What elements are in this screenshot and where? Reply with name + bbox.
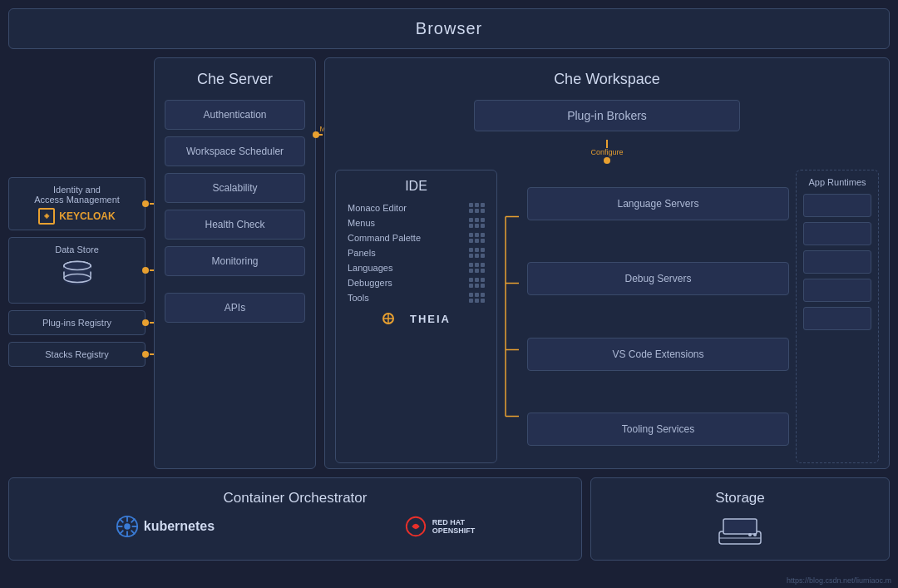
- theia-icon: [382, 312, 405, 325]
- connector-dot-datastore: [142, 267, 149, 274]
- container-orchestrator-title: Container Orchestrator: [21, 490, 570, 506]
- che-workspace-box: Che Workspace Plug-in Brokers Configure …: [324, 57, 890, 469]
- ide-item-tools: Tools: [344, 290, 488, 305]
- identity-management-item: Identity and Access Management ◈ KEYCLOA…: [8, 177, 146, 230]
- kubernetes-label: kubernetes: [144, 519, 215, 534]
- ide-item-languages: Languages: [344, 260, 488, 275]
- theia-logo: THEIA: [344, 312, 488, 325]
- runtime-bar-4: [803, 279, 871, 302]
- openshift-line2: OPENSHIFT: [432, 526, 476, 535]
- stacks-registry-label: Stacks Registry: [45, 349, 108, 359]
- svg-point-3: [64, 274, 91, 282]
- data-store-label: Data Store: [17, 245, 136, 254]
- ide-item-command-palette: Command Palette: [344, 230, 488, 245]
- configure-label: Configure: [590, 148, 623, 156]
- panels-grid: [469, 248, 485, 258]
- runtime-bar-2: [803, 222, 871, 245]
- language-servers-item: Language Servers: [527, 187, 789, 220]
- stacks-registry-item: Stacks Registry: [8, 342, 146, 367]
- kubernetes-logo: kubernetes: [116, 515, 215, 538]
- storage-box: Storage: [590, 477, 890, 561]
- storage-icon: [715, 515, 765, 548]
- watermark: https://blog.csdn.net/liumiaoc.m: [787, 576, 891, 585]
- connector-dot-stacks: [142, 351, 149, 358]
- che-server-title: Che Server: [165, 71, 305, 88]
- ide-item-debuggers: Debuggers: [344, 275, 488, 290]
- monaco-grid: [469, 203, 485, 213]
- apis-item: APIs: [165, 293, 305, 323]
- bracket-connector: [504, 170, 521, 463]
- browser-title: Browser: [416, 19, 482, 37]
- bottom-logos: kubernetes RED HAT OPENSHIFT: [21, 515, 570, 538]
- identity-line1: Identity and: [17, 185, 136, 195]
- svg-point-24: [753, 533, 757, 536]
- runtime-bar-1: [803, 194, 871, 217]
- svg-point-2: [64, 261, 91, 269]
- languages-grid: [469, 263, 485, 273]
- plugins-registry-item: Plug-ins Registry: [8, 310, 146, 335]
- ide-item-menus: Menus: [344, 215, 488, 230]
- debug-servers-item: Debug Servers: [527, 262, 789, 295]
- data-store-item: Data Store: [8, 237, 146, 304]
- workspace-scheduler-item: Workspace Scheduler: [165, 136, 305, 166]
- vscode-extensions-item: VS Code Extensions: [527, 338, 789, 371]
- bottom-row: Container Orchestrator: [8, 477, 890, 561]
- left-panel: Identity and Access Management ◈ KEYCLOA…: [8, 57, 146, 469]
- configure-line-top: [606, 140, 608, 148]
- kubernetes-icon: [116, 515, 139, 538]
- authentication-item: Authentication: [165, 100, 305, 130]
- ide-box: IDE Monaco Editor Menus: [335, 170, 497, 463]
- svg-line-18: [131, 519, 135, 523]
- svg-point-25: [748, 533, 752, 536]
- identity-line2: Access Management: [17, 195, 136, 205]
- openshift-line1: RED HAT: [432, 518, 476, 526]
- middle-row: Identity and Access Management ◈ KEYCLOA…: [8, 57, 890, 469]
- app-runtimes-box: App Runtimes: [796, 170, 879, 463]
- main-container: Browser Identity and Access Management ◈…: [0, 0, 898, 588]
- app-runtimes-title: App Runtimes: [803, 177, 871, 187]
- theia-label: THEIA: [410, 313, 451, 325]
- openshift-logo: RED HAT OPENSHIFT: [404, 515, 476, 538]
- configure-dot: [604, 157, 610, 164]
- tooling-services-item: Tooling Services: [527, 413, 789, 446]
- keycloak-logo: ◈ KEYCLOAK: [17, 208, 136, 225]
- keycloak-label: KEYCLOAK: [59, 210, 115, 222]
- ide-item-panels: Panels: [344, 245, 488, 260]
- connector-dot-identity: [142, 200, 149, 207]
- che-server-box: Che Server Authentication Workspace Sche…: [154, 57, 316, 469]
- che-workspace-title: Che Workspace: [335, 71, 879, 88]
- svg-line-17: [131, 531, 135, 535]
- storage-title: Storage: [603, 490, 877, 506]
- connector-dot-plugins: [142, 319, 149, 326]
- container-orchestrator-box: Container Orchestrator: [8, 477, 582, 561]
- plugins-registry-label: Plug-ins Registry: [42, 318, 111, 328]
- ide-item-monaco: Monaco Editor: [344, 200, 488, 215]
- runtime-bar-5: [803, 307, 871, 330]
- services-column: Language Servers Debug Servers VS Code E…: [527, 170, 789, 463]
- monitoring-item: Monitoring: [165, 246, 305, 276]
- menus-grid: [469, 218, 485, 228]
- svg-line-16: [119, 519, 123, 523]
- runtime-bar-3: [803, 250, 871, 274]
- svg-line-19: [119, 531, 123, 535]
- health-check-item: Health Check: [165, 210, 305, 240]
- keycloak-icon: ◈: [38, 208, 55, 225]
- database-icon: [61, 258, 94, 291]
- tools-grid: [469, 293, 485, 303]
- debuggers-grid: [469, 278, 485, 288]
- command-palette-grid: [469, 233, 485, 243]
- svg-rect-22: [723, 519, 757, 534]
- svg-point-11: [124, 523, 130, 529]
- plugin-brokers: Plug-in Brokers: [474, 100, 740, 131]
- openshift-icon: [404, 515, 427, 538]
- browser-box: Browser: [8, 8, 890, 49]
- ide-title: IDE: [344, 179, 488, 194]
- scalability-item: Scalability: [165, 173, 305, 203]
